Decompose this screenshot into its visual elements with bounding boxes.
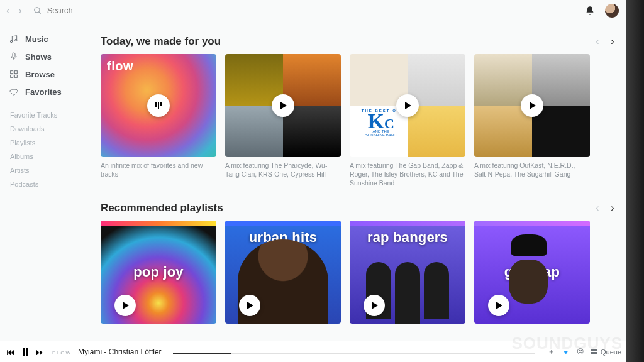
main: Today, we made for you ‹ › flow An infin… — [82, 21, 644, 341]
body: Music Shows Browse Favorites Favorite Tr… — [0, 21, 644, 341]
sidebar-item-browse[interactable]: Browse — [8, 65, 77, 83]
mix-card-flow: flow An infinite mix of favorites and ne… — [101, 54, 216, 188]
search-icon — [33, 6, 42, 15]
now-playing: FLOW Myiami - Christian Löffler — [52, 348, 540, 356]
carousel-nav: ‹ › — [591, 35, 619, 48]
mix-art[interactable] — [225, 54, 341, 157]
carousel-prev[interactable]: ‹ — [591, 35, 604, 48]
playlist-card-rapbangers[interactable]: rap bangers — [350, 221, 465, 324]
section-title: Today, we made for you — [101, 35, 591, 48]
track-title: Myiami - Christian Löffler — [78, 348, 161, 356]
microphone-icon — [9, 52, 19, 62]
carousel-next[interactable]: › — [606, 35, 619, 48]
heart-icon — [9, 87, 19, 97]
forward-button[interactable]: › — [16, 4, 24, 18]
carousel-prev[interactable]: ‹ — [591, 202, 604, 214]
sidebar-item-label: Favorites — [25, 87, 62, 97]
kc-sunshine-logo: THE BEST OF KC AND THE SUNSHINE BAND — [357, 109, 405, 137]
sidebar-item-shows[interactable]: Shows — [8, 48, 77, 65]
svg-point-3 — [15, 39, 17, 41]
made-for-you-row: flow An infinite mix of favorites and ne… — [101, 54, 619, 188]
mix-card: THE BEST OF KC AND THE SUNSHINE BAND A m… — [350, 54, 465, 188]
section-head-made-for-you: Today, we made for you ‹ › — [101, 35, 619, 48]
sidebar-item-label: Browse — [25, 70, 55, 79]
play-button[interactable] — [147, 94, 170, 117]
play-icon — [123, 302, 129, 309]
subnav-favorite-tracks[interactable]: Favorite Tracks — [9, 108, 77, 122]
mix-art[interactable]: THE BEST OF KC AND THE SUNSHINE BAND — [350, 54, 465, 157]
svg-point-0 — [34, 7, 39, 12]
history-nav: ‹ › — [4, 4, 25, 18]
device-bezel — [626, 0, 644, 362]
app-window: ‹ › Music Shows Browse — [0, 0, 644, 362]
watermark: SOUNDGUYS — [511, 334, 623, 353]
svg-line-1 — [38, 11, 40, 13]
play-icon — [530, 102, 536, 109]
mix-desc: A mix featuring OutKast, N.E.R.D., Salt-… — [474, 161, 590, 178]
section-title: Recommended playlists — [101, 202, 591, 214]
subnav-downloads[interactable]: Downloads — [9, 122, 77, 136]
svg-rect-5 — [11, 71, 13, 74]
svg-rect-6 — [14, 71, 17, 74]
search — [33, 6, 580, 15]
music-icon — [9, 34, 19, 44]
play-button[interactable] — [364, 295, 385, 316]
svg-rect-8 — [14, 75, 17, 77]
search-input[interactable] — [47, 6, 267, 15]
sidebar-item-music[interactable]: Music — [8, 30, 77, 48]
mix-art[interactable]: flow — [101, 54, 216, 157]
next-track-button[interactable]: ⏭ — [36, 347, 45, 357]
grid-icon — [9, 69, 19, 79]
prev-track-button[interactable]: ⏮ — [6, 347, 15, 357]
carousel-next[interactable]: › — [606, 202, 619, 214]
playlist-card-urbanhits[interactable]: urban hits — [225, 221, 341, 324]
play-icon — [372, 302, 378, 309]
section-head-recommended: Recommended playlists ‹ › — [101, 202, 619, 214]
flow-tag: FLOW — [52, 350, 72, 356]
sidebar-item-label: Music — [25, 35, 48, 44]
mix-card: A mix featuring The Pharcyde, Wu-Tang Cl… — [225, 54, 341, 188]
equalizer-icon — [155, 102, 162, 109]
play-button[interactable] — [488, 295, 509, 316]
play-button[interactable] — [272, 94, 294, 117]
mix-desc: An infinite mix of favorites and new tra… — [101, 161, 216, 178]
pause-button[interactable] — [23, 348, 28, 356]
playlist-title: pop joy — [133, 264, 184, 280]
subnav-artists[interactable]: Artists — [9, 163, 77, 177]
sidebar-item-favorites[interactable]: Favorites — [8, 83, 77, 101]
play-icon — [247, 302, 253, 309]
topbar-right — [585, 4, 619, 18]
playlist-card-goldrap[interactable]: gold rap — [474, 221, 590, 324]
mix-art[interactable] — [474, 54, 590, 157]
play-button[interactable] — [239, 295, 260, 316]
mix-desc: A mix featuring The Gap Band, Zapp & Rog… — [350, 161, 465, 188]
back-button[interactable]: ‹ — [4, 4, 12, 18]
play-icon — [405, 102, 411, 109]
svg-rect-7 — [11, 75, 13, 77]
play-button[interactable] — [521, 94, 543, 117]
playlist-card-popjoy[interactable]: pop joy — [101, 221, 216, 324]
subnav-playlists[interactable]: Playlists — [9, 136, 77, 150]
play-icon — [280, 102, 287, 109]
subnav-albums[interactable]: Albums — [9, 150, 77, 163]
playlist-title: rap bangers — [367, 229, 448, 246]
svg-rect-4 — [13, 53, 15, 57]
flow-logo: flow — [107, 59, 133, 74]
progress-bar[interactable] — [173, 353, 536, 354]
carousel-nav: ‹ › — [591, 202, 619, 214]
play-button[interactable] — [114, 295, 136, 316]
top-bar: ‹ › — [0, 0, 644, 21]
sidebar: Music Shows Browse Favorites Favorite Tr… — [0, 21, 82, 341]
mix-card: A mix featuring OutKast, N.E.R.D., Salt-… — [474, 54, 590, 188]
mix-desc: A mix featuring The Pharcyde, Wu-Tang Cl… — [225, 161, 341, 178]
notifications-icon[interactable] — [585, 6, 595, 16]
play-button[interactable] — [396, 94, 419, 117]
subnav-podcasts[interactable]: Podcasts — [9, 177, 77, 191]
recommended-row: pop joy urban hits rap bangers gold rap — [101, 221, 619, 324]
avatar[interactable] — [605, 4, 619, 18]
play-icon — [496, 302, 502, 309]
sidebar-subnav: Favorite Tracks Downloads Playlists Albu… — [8, 108, 77, 191]
sidebar-item-label: Shows — [25, 52, 52, 62]
